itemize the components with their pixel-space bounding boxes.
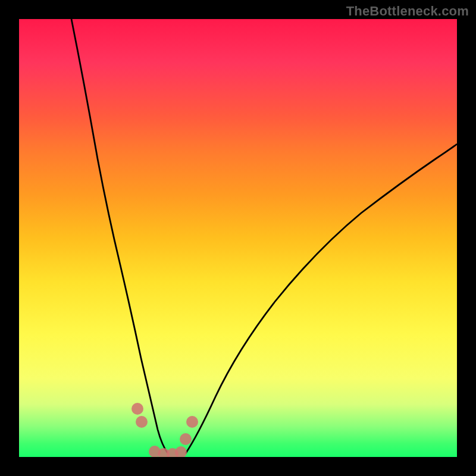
watermark-text: TheBottleneck.com xyxy=(346,4,469,19)
marker-dot xyxy=(186,416,198,428)
curve-left-branch xyxy=(71,19,168,453)
curve-right-branch xyxy=(186,144,457,453)
marker-dot xyxy=(180,433,192,445)
marker-dot xyxy=(131,403,143,415)
plot-area xyxy=(19,19,457,457)
chart-frame: TheBottleneck.com xyxy=(0,0,476,476)
marker-dot xyxy=(175,446,187,457)
curve-layer xyxy=(19,19,457,457)
marker-dot xyxy=(136,416,148,428)
